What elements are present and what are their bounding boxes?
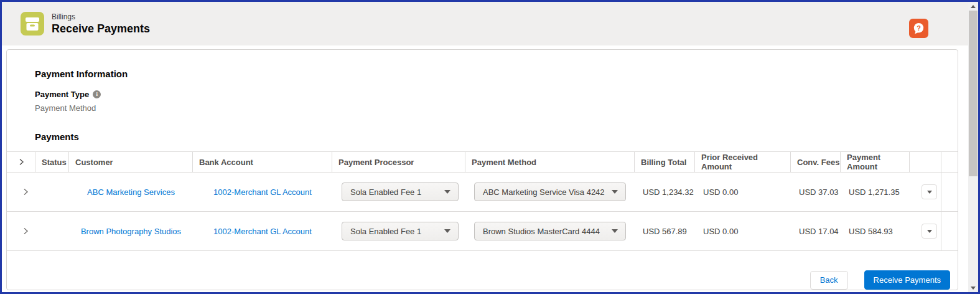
prior-received-cell: USD 0.00 bbox=[695, 212, 791, 250]
payment-type-row: Payment Type i bbox=[35, 90, 101, 99]
col-header-customer: Customer bbox=[69, 152, 193, 172]
main-panel: Payment Information Payment Type i Payme… bbox=[6, 49, 958, 290]
row-actions-cell bbox=[910, 173, 941, 211]
col-header-actions bbox=[910, 152, 941, 172]
customer-link[interactable]: Brown Photography Studios bbox=[81, 227, 181, 236]
billing-total-cell: USD 1,234.32 bbox=[635, 173, 695, 211]
payment-method-cell: ABC Marketing Service Visa 4242 bbox=[465, 173, 635, 211]
dropdown-caret-icon bbox=[444, 229, 450, 233]
conv-fees-cell: USD 37.03 bbox=[791, 173, 841, 211]
col-header-billing-total: Billing Total bbox=[635, 152, 695, 172]
header-expand-cell bbox=[7, 152, 35, 172]
payment-method-value: ABC Marketing Service Visa 4242 bbox=[483, 187, 605, 197]
back-button[interactable]: Back bbox=[810, 271, 848, 290]
dropdown-caret-icon bbox=[612, 190, 618, 194]
table-header-row: Status Customer Bank Account Payment Pro… bbox=[7, 151, 958, 173]
chevron-right-icon[interactable] bbox=[22, 227, 29, 235]
table-row: ABC Marketing Services 1002-Merchant GL … bbox=[7, 173, 958, 212]
col-header-prior-received: Prior Received Amount bbox=[695, 152, 791, 172]
dropdown-caret-icon bbox=[612, 229, 618, 233]
payment-method-select[interactable]: Brown Studios MasterCard 4444 bbox=[474, 222, 626, 240]
col-header-spacer bbox=[941, 152, 958, 172]
breadcrumb: Billings bbox=[52, 12, 150, 22]
payment-method-select[interactable]: ABC Marketing Service Visa 4242 bbox=[474, 183, 626, 201]
help-question-icon: ? bbox=[913, 22, 925, 34]
customer-link[interactable]: ABC Marketing Services bbox=[87, 187, 175, 197]
help-button[interactable]: ? bbox=[909, 19, 928, 38]
payment-type-label: Payment Type bbox=[35, 90, 89, 99]
bank-account-cell: 1002-Merchant GL Account bbox=[193, 212, 332, 250]
page-header: Billings Receive Payments ? bbox=[2, 2, 968, 45]
bank-account-cell: 1002-Merchant GL Account bbox=[193, 173, 332, 211]
col-header-bank-account: Bank Account bbox=[193, 152, 332, 172]
customer-cell: ABC Marketing Services bbox=[69, 173, 193, 211]
status-cell bbox=[35, 173, 69, 211]
payment-information-heading: Payment Information bbox=[35, 69, 128, 79]
row-actions-cell bbox=[910, 212, 941, 250]
payment-processor-select[interactable]: Sola Enabled Fee 1 bbox=[342, 183, 459, 201]
billings-app-icon bbox=[21, 12, 44, 36]
payment-processor-value: Sola Enabled Fee 1 bbox=[350, 227, 421, 236]
row-actions-menu-button[interactable] bbox=[922, 224, 937, 239]
payment-method-value: Brown Studios MasterCard 4444 bbox=[483, 227, 600, 236]
customer-cell: Brown Photography Studios bbox=[69, 212, 193, 250]
col-header-payment-method: Payment Method bbox=[465, 152, 635, 172]
receive-payments-window: Billings Receive Payments ? Payment Info… bbox=[0, 0, 980, 294]
payment-amount-cell: USD 1,271.35 bbox=[841, 173, 910, 211]
info-icon[interactable]: i bbox=[93, 90, 101, 98]
payments-table: Status Customer Bank Account Payment Pro… bbox=[7, 151, 958, 251]
dropdown-caret-icon bbox=[927, 191, 932, 194]
dropdown-caret-icon bbox=[927, 230, 932, 233]
scrollbar-thumb[interactable] bbox=[969, 11, 978, 176]
header-text: Billings Receive Payments bbox=[52, 12, 150, 36]
chevron-right-icon[interactable] bbox=[22, 188, 29, 196]
row-actions-menu-button[interactable] bbox=[922, 184, 937, 199]
svg-text:?: ? bbox=[917, 24, 921, 32]
vertical-scrollbar[interactable] bbox=[968, 2, 978, 292]
dropdown-caret-icon bbox=[444, 190, 450, 194]
payment-processor-cell: Sola Enabled Fee 1 bbox=[332, 173, 465, 211]
bank-account-link[interactable]: 1002-Merchant GL Account bbox=[213, 227, 312, 236]
payment-processor-cell: Sola Enabled Fee 1 bbox=[332, 212, 465, 250]
scroll-up-arrow-icon[interactable] bbox=[968, 2, 978, 11]
payment-type-value: Payment Method bbox=[35, 103, 96, 113]
archive-box-icon bbox=[26, 17, 39, 31]
receive-payments-button[interactable]: Receive Payments bbox=[864, 270, 950, 290]
footer-actions: Back Receive Payments bbox=[810, 270, 950, 290]
billing-total-cell: USD 567.89 bbox=[635, 212, 695, 250]
expand-all-icon[interactable] bbox=[17, 158, 25, 166]
row-expand-cell bbox=[7, 173, 35, 211]
payment-processor-value: Sola Enabled Fee 1 bbox=[350, 187, 421, 197]
row-expand-cell bbox=[7, 212, 35, 250]
col-header-conv-fees: Conv. Fees bbox=[791, 152, 841, 172]
col-header-status: Status bbox=[35, 152, 69, 172]
prior-received-cell: USD 0.00 bbox=[695, 173, 791, 211]
page-title: Receive Payments bbox=[52, 22, 150, 36]
col-header-payment-processor: Payment Processor bbox=[332, 152, 465, 172]
status-cell bbox=[35, 212, 69, 250]
col-header-payment-amount: Payment Amount bbox=[841, 152, 910, 172]
row-spacer bbox=[941, 173, 958, 211]
payment-processor-select[interactable]: Sola Enabled Fee 1 bbox=[342, 222, 459, 240]
scroll-down-arrow-icon[interactable] bbox=[968, 283, 978, 292]
payments-heading: Payments bbox=[35, 131, 79, 142]
bank-account-link[interactable]: 1002-Merchant GL Account bbox=[213, 187, 312, 197]
row-spacer bbox=[941, 212, 958, 250]
conv-fees-cell: USD 17.04 bbox=[791, 212, 841, 250]
payment-method-cell: Brown Studios MasterCard 4444 bbox=[465, 212, 635, 250]
table-row: Brown Photography Studios 1002-Merchant … bbox=[7, 212, 958, 251]
payment-amount-cell: USD 584.93 bbox=[841, 212, 910, 250]
